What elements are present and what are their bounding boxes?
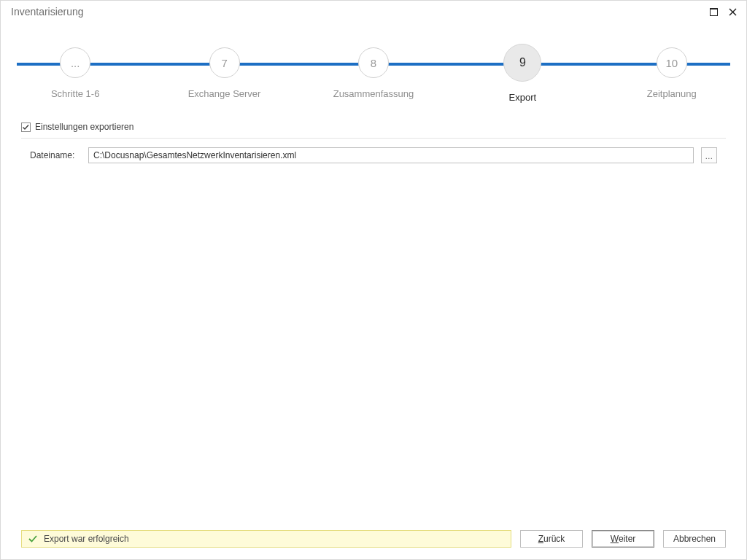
step-label: Exchange Server	[188, 88, 261, 99]
status-message: Export war erfolgreich	[44, 534, 129, 544]
step-label: Zusammenfassung	[333, 88, 414, 99]
close-icon[interactable]	[726, 5, 739, 18]
step-label: Schritte 1-6	[51, 88, 99, 99]
checkbox-icon[interactable]	[21, 122, 31, 132]
step-number: 7	[221, 57, 227, 69]
back-rest: urück	[543, 534, 565, 544]
cancel-button[interactable]: Abbrechen	[663, 530, 726, 548]
wizard-window: Inventarisierung ... Schritte 1-6 7 Ex	[0, 0, 747, 560]
window-title: Inventarisierung	[11, 6, 84, 18]
cancel-label: Abbrechen	[673, 534, 716, 544]
success-check-icon	[28, 534, 38, 544]
next-button[interactable]: Weiter	[592, 530, 654, 548]
back-hotkey: Z	[538, 534, 543, 544]
export-settings-checkbox-row[interactable]: Einstellungen exportieren	[21, 122, 726, 132]
wizard-content: Einstellungen exportieren Dateiname: ...	[1, 117, 746, 527]
stepper-steps: ... Schritte 1-6 7 Exchange Server 8 Zus…	[1, 37, 746, 103]
next-hotkey: W	[611, 534, 619, 544]
titlebar: Inventarisierung	[1, 1, 746, 23]
step-export[interactable]: 9 Export	[453, 37, 592, 103]
next-rest: eiter	[619, 534, 635, 544]
filename-label: Dateiname:	[30, 150, 81, 160]
step-number: 9	[519, 56, 526, 69]
wizard-footer: Export war erfolgreich Zurück Weiter Abb…	[1, 527, 746, 559]
step-zusammenfassung[interactable]: 8 Zusammenfassung	[304, 37, 443, 99]
step-exchange-server[interactable]: 7 Exchange Server	[155, 37, 294, 99]
step-number: ...	[71, 57, 80, 69]
wizard-stepper: ... Schritte 1-6 7 Exchange Server 8 Zus…	[1, 37, 746, 117]
step-1-6[interactable]: ... Schritte 1-6	[6, 37, 144, 99]
maximize-icon[interactable]	[707, 5, 720, 18]
step-zeitplanung[interactable]: 10 Zeitplanung	[603, 37, 741, 99]
export-settings-label: Einstellungen exportieren	[35, 122, 133, 132]
step-label: Zeitplanung	[647, 88, 697, 99]
divider	[21, 138, 726, 139]
back-button[interactable]: Zurück	[520, 530, 583, 548]
filename-input[interactable]	[88, 147, 694, 163]
status-bar: Export war erfolgreich	[21, 530, 511, 548]
browse-button[interactable]: ...	[701, 147, 717, 163]
filename-row: Dateiname: ...	[21, 147, 726, 163]
step-number: 8	[371, 57, 376, 69]
step-label: Export	[509, 92, 537, 103]
step-number: 10	[665, 57, 678, 69]
